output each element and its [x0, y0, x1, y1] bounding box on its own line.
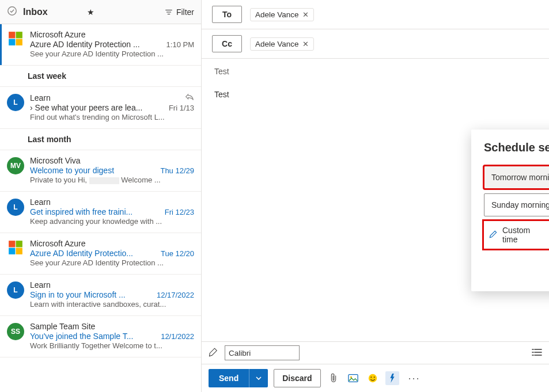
message-preview: Find out what's trending on Microsoft L.…: [30, 113, 194, 121]
option-sunday-morning[interactable]: Sunday morning Sun 8:00 AM: [484, 193, 549, 216]
option-tomorrow-morning[interactable]: Tomorrow morning Wed 8:00 AM: [484, 166, 549, 189]
filter-label: Filter: [176, 7, 194, 17]
message-subject: Azure AD Identity Protection ...: [30, 40, 140, 49]
message-date: Tue 12/20: [161, 249, 194, 258]
redacted-text: [89, 177, 119, 184]
microsoft-logo-icon: [7, 240, 24, 255]
message-from: Sample Team Site: [30, 322, 95, 331]
microsoft-logo-icon: [7, 31, 24, 46]
message-item[interactable]: Microsoft Azure Azure AD Identity Protec…: [0, 233, 201, 275]
date-group-last-week: Last week: [0, 66, 201, 87]
svg-rect-7: [9, 248, 15, 254]
compose-panel: To Adele Vance ✕ Cc Adele Vance ✕ Test T…: [202, 0, 549, 392]
inbox-header: Inbox ★ Filter: [0, 0, 201, 24]
send-button[interactable]: Send: [209, 369, 249, 387]
select-all-icon[interactable]: [7, 6, 17, 18]
send-options-dropdown[interactable]: [249, 369, 268, 387]
format-painter-icon[interactable]: [209, 347, 220, 359]
svg-point-13: [373, 376, 374, 378]
avatar: SS: [7, 323, 24, 340]
message-subject: Welcome to your digest: [30, 166, 114, 175]
message-item[interactable]: L Learn Sign in to your Microsoft ... 12…: [0, 275, 201, 316]
filter-button[interactable]: Filter: [165, 7, 194, 17]
message-item[interactable]: MV Microsoft Viva Welcome to your digest…: [0, 150, 201, 192]
message-from: Microsoft Viva: [30, 156, 81, 165]
discard-button[interactable]: Discard: [274, 369, 320, 387]
message-preview: Learn with interactive sandboxes, curat.…: [30, 300, 194, 309]
svg-rect-3: [9, 39, 15, 45]
svg-point-11: [368, 374, 376, 382]
message-subject: You've joined the Sample T...: [30, 332, 133, 341]
avatar: MV: [7, 157, 24, 174]
formatting-toolbar: Calibri: [202, 341, 549, 364]
cc-row: Cc Adele Vance ✕: [202, 29, 549, 59]
avatar: L: [7, 199, 24, 216]
attach-file-icon[interactable]: [327, 371, 340, 385]
schedule-send-icon[interactable]: [385, 371, 399, 385]
svg-point-10: [350, 376, 352, 378]
message-preview: Keep advancing your knowledge with ...: [30, 217, 194, 226]
svg-rect-1: [9, 32, 15, 38]
inbox-title: Inbox: [23, 7, 81, 17]
emoji-icon[interactable]: [366, 371, 380, 385]
option-custom-time[interactable]: Custom time: [484, 221, 549, 249]
chip-remove-icon[interactable]: ✕: [302, 40, 309, 48]
message-preview: See your Azure AD Identity Protection ..…: [30, 50, 194, 58]
to-button[interactable]: To: [212, 6, 242, 23]
message-item[interactable]: L Learn › See what your peers are lea...…: [0, 87, 201, 129]
send-toolbar: Send Discard ···: [202, 364, 549, 392]
option-label: Tomorrow morning: [491, 173, 549, 182]
message-date: 12/1/2022: [161, 332, 194, 341]
send-split-button: Send: [209, 369, 268, 387]
svg-rect-8: [16, 248, 22, 254]
svg-rect-5: [9, 241, 15, 247]
message-from: Learn: [30, 197, 51, 207]
star-icon[interactable]: ★: [87, 7, 94, 17]
message-subject: Azure AD Identity Protectio...: [30, 249, 133, 258]
list-icon[interactable]: [532, 348, 542, 359]
message-from: Microsoft Azure: [30, 30, 85, 39]
chip-remove-icon[interactable]: ✕: [302, 10, 309, 19]
message-preview: See your Azure AD Identity Protection ..…: [30, 258, 194, 267]
filter-icon: [165, 8, 173, 16]
to-row: To Adele Vance ✕: [202, 0, 549, 29]
svg-rect-2: [16, 32, 22, 38]
date-group-last-month: Last month: [0, 129, 201, 150]
message-subject: › See what your peers are lea...: [30, 103, 142, 112]
schedule-send-dialog: Schedule send ✕ Tomorrow morning Wed 8:0…: [471, 130, 549, 291]
avatar: L: [7, 94, 24, 111]
message-subject: Sign in to your Microsoft ...: [30, 290, 126, 299]
message-item[interactable]: L Learn Get inspired with free traini...…: [0, 192, 201, 233]
subject-row: Test: [202, 59, 549, 84]
reply-icon: [185, 93, 194, 102]
more-options-icon[interactable]: ···: [405, 372, 424, 385]
svg-point-0: [8, 7, 16, 15]
message-preview: Work Brilliantly Together Welcome to t..…: [30, 341, 194, 350]
message-date: Fri 1/13: [169, 104, 194, 112]
message-item[interactable]: SS Sample Team Site You've joined the Sa…: [0, 316, 201, 357]
insert-picture-icon[interactable]: [346, 371, 360, 385]
custom-time-label: Custom time: [502, 226, 547, 244]
svg-rect-6: [16, 241, 22, 247]
message-from: Microsoft Azure: [30, 239, 85, 248]
inbox-panel: Inbox ★ Filter Microsoft Azure Azure AD …: [0, 0, 202, 392]
to-chip[interactable]: Adele Vance ✕: [250, 8, 314, 21]
message-date: Thu 12/29: [160, 166, 194, 175]
message-subject: Get inspired with free traini...: [30, 207, 132, 216]
message-list: Microsoft Azure Azure AD Identity Protec…: [0, 24, 201, 357]
avatar: L: [7, 281, 24, 299]
message-from: Learn: [30, 93, 51, 102]
dialog-title: Schedule send: [484, 141, 549, 154]
svg-rect-9: [348, 375, 357, 382]
message-preview: Private to you Hi, Welcome ...: [30, 176, 194, 184]
message-item[interactable]: Microsoft Azure Azure AD Identity Protec…: [0, 24, 201, 66]
svg-rect-4: [16, 39, 22, 45]
message-date: 1:10 PM: [166, 40, 194, 49]
subject-display[interactable]: Test: [212, 67, 229, 76]
pencil-icon: [489, 230, 498, 241]
cc-chip[interactable]: Adele Vance ✕: [250, 37, 314, 51]
chevron-down-icon: [255, 375, 262, 382]
cc-button[interactable]: Cc: [212, 35, 242, 52]
option-label: Sunday morning: [491, 200, 549, 210]
font-select[interactable]: Calibri: [225, 345, 300, 360]
